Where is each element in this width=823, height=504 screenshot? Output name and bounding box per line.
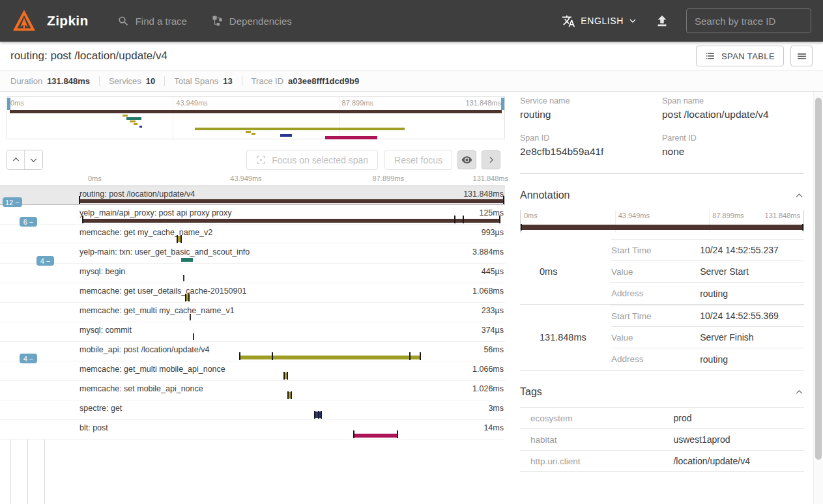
bar-tick xyxy=(454,216,455,223)
collapse-up-button[interactable] xyxy=(7,150,25,169)
field-label: Parent ID xyxy=(662,133,804,143)
bar-tick xyxy=(239,352,240,360)
trace-title-bar: routing: post /location/update/v4 SPAN T… xyxy=(0,42,823,70)
trace-summary-bar: Duration 131.848ms Services 10 Total Spa… xyxy=(0,70,823,92)
span-bar-area xyxy=(78,381,505,400)
minimap-span-bar xyxy=(10,110,502,113)
span-row[interactable]: routing: post /location/update/v4131.848… xyxy=(0,186,505,205)
nav-find-a-trace[interactable]: Find a trace xyxy=(117,15,187,27)
span-bar xyxy=(181,258,193,262)
span-row[interactable]: blt: post14ms xyxy=(0,420,505,440)
field-value: 2e8cfb154b59a41f xyxy=(520,146,662,158)
collapse-badge[interactable]: 4 − xyxy=(20,354,37,363)
reset-focus-button[interactable]: Reset focus xyxy=(384,150,452,170)
summary-value: a03ee8fff1dcd9b9 xyxy=(288,76,359,86)
summary-value: 10 xyxy=(146,76,155,86)
annotation-value: 10/24 14:52:55.237 xyxy=(700,245,779,255)
nav-dependencies[interactable]: Dependencies xyxy=(212,15,292,27)
annotation-key: Address xyxy=(611,288,700,298)
tags-section-header: Tags xyxy=(520,371,804,407)
span-bar xyxy=(240,356,420,359)
search-icon xyxy=(117,15,130,27)
collapse-badge[interactable]: 6 − xyxy=(20,217,37,227)
field-value: post /location/update/v4 xyxy=(662,109,804,120)
span-table-button[interactable]: SPAN TABLE xyxy=(696,46,784,66)
zipkin-logo-icon[interactable] xyxy=(12,8,36,33)
minimap-left-handle[interactable] xyxy=(7,98,10,110)
ruler-tick-label: 87.899ms xyxy=(712,212,744,219)
bar-tick xyxy=(177,235,178,243)
span-bar xyxy=(190,314,191,320)
annotation-entry: 0msStart Time10/24 14:52:55.237ValueServ… xyxy=(520,239,804,305)
minimap-span-bar xyxy=(246,131,251,133)
annotation-row: Start Time10/24 14:52:55.237 xyxy=(611,240,804,261)
brand-title[interactable]: Zipkin xyxy=(47,13,89,29)
ruler-tick-label: 87.899ms xyxy=(342,99,373,107)
span-row[interactable]: yelp-main: txn: user_get_basic_and_scout… xyxy=(0,244,505,264)
tag-key: habitat xyxy=(520,435,673,445)
bar-tick xyxy=(185,294,186,301)
trace-menu-button[interactable] xyxy=(790,46,813,66)
annotation-value: routing xyxy=(700,354,728,365)
span-row[interactable]: memcache: get_multi mobile_api_nonce1.06… xyxy=(0,361,505,381)
bar-tick xyxy=(521,224,522,231)
nav-label: Find a trace xyxy=(136,16,187,27)
trace-id-search-input[interactable] xyxy=(686,8,811,33)
language-selector[interactable]: ENGLISH xyxy=(562,14,637,28)
span-row[interactable]: yelp_main/api_proxy: post api proxy prox… xyxy=(0,205,505,225)
bar-tick xyxy=(314,411,315,419)
summary-duration: Duration 131.848ms xyxy=(10,76,100,86)
span-bar-area xyxy=(78,186,505,204)
bar-tick xyxy=(291,391,292,399)
bar-tick xyxy=(82,216,83,223)
field-span-id: Span ID 2e8cfb154b59a41f xyxy=(520,133,662,158)
bar-tick xyxy=(802,224,803,231)
collapse-badge[interactable]: 4 − xyxy=(36,256,54,266)
collapse-badge[interactable]: 12 − xyxy=(3,197,22,207)
annotation-span-bar xyxy=(521,225,803,230)
collapse-tags-button[interactable] xyxy=(794,387,804,397)
tag-row: habitatuswest1aprod xyxy=(520,429,804,451)
zipkin-trace-page: Zipkin Find a trace Dependencies ENGLISH xyxy=(0,0,823,504)
annotation-value: 10/24 14:52:55.369 xyxy=(700,311,779,321)
dependencies-icon xyxy=(212,15,224,27)
annotation-row: Addressrouting xyxy=(611,348,804,370)
minimap-right-handle[interactable] xyxy=(501,98,504,110)
annotation-rows: Start Time10/24 14:52:55.369ValueServer … xyxy=(611,305,804,370)
summary-total-spans: Total Spans 13 xyxy=(174,76,242,86)
span-row[interactable]: spectre: get3ms xyxy=(0,400,505,420)
ruler-tick-label: 0ms xyxy=(88,175,102,182)
expand-down-button[interactable] xyxy=(25,150,42,169)
field-parent-id: Parent ID none xyxy=(662,133,804,158)
collapse-annotation-button[interactable] xyxy=(794,191,804,201)
tag-value: uswest1aprod xyxy=(673,434,730,445)
app-header: Zipkin Find a trace Dependencies ENGLISH xyxy=(0,0,823,42)
bar-tick xyxy=(353,430,354,438)
scrollbar-thumb[interactable] xyxy=(815,98,822,460)
tag-row: ecosystemprod xyxy=(520,408,804,429)
summary-label: Services xyxy=(109,76,141,86)
tag-value: prod xyxy=(673,413,691,423)
toggle-visibility-button[interactable] xyxy=(457,150,476,169)
span-row[interactable]: memcache: set mobile_api_nonce1.026ms xyxy=(0,381,505,400)
field-label: Span ID xyxy=(520,133,662,143)
span-row[interactable]: memcache: get_multi my_cache_name_v1233µ… xyxy=(0,303,505,322)
span-row[interactable]: mobile_api: post /location/update/v456ms xyxy=(0,342,505,361)
focus-span-button[interactable]: Focus on selected span xyxy=(246,150,378,170)
bar-tick xyxy=(499,216,500,223)
bar-tick xyxy=(283,372,285,380)
eye-icon xyxy=(461,154,472,165)
span-row[interactable]: mysql: begin445µs xyxy=(0,264,505,283)
minimap-span-bar xyxy=(134,123,137,125)
span-row[interactable]: memcache: get user_details_cache-2015090… xyxy=(0,283,505,303)
annotation-value: Server Finish xyxy=(700,332,753,343)
annotation-key: Value xyxy=(611,333,700,343)
span-row[interactable]: mysql: commit374µs xyxy=(0,322,505,342)
collapse-panel-button[interactable] xyxy=(482,150,500,169)
hamburger-icon xyxy=(796,51,807,62)
span-row[interactable]: memcache: get my_cache_name_v2993µs xyxy=(0,225,505,244)
upload-trace-button[interactable] xyxy=(655,14,669,28)
vertical-scrollbar[interactable] xyxy=(813,92,823,504)
trace-minimap[interactable]: 0ms43.949ms87.899ms131.848ms xyxy=(7,96,505,139)
ruler-tick-label: 43.949ms xyxy=(176,99,207,107)
